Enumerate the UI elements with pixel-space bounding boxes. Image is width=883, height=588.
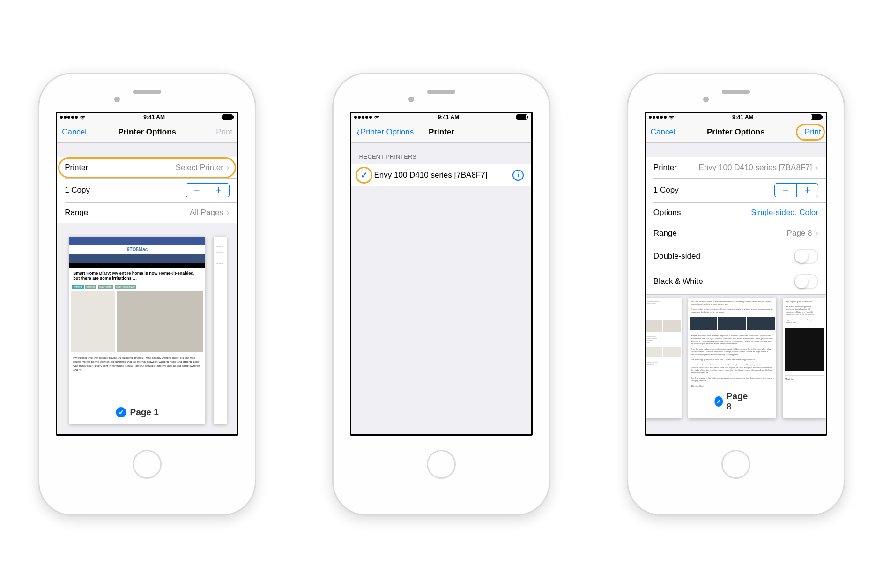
preview-site-name: 9TO5Mac xyxy=(69,245,205,254)
stepper-minus-icon[interactable]: − xyxy=(186,184,208,197)
section-header-recent: RECENT PRINTERS xyxy=(351,143,531,164)
page-badge: ✓ Page 8 xyxy=(710,389,754,414)
iphone-device-2: 9:41 AM ‹ Printer Options Printer RECENT… xyxy=(334,74,549,514)
svg-rect-8 xyxy=(812,115,821,119)
tag: SMART HOME xyxy=(98,285,113,289)
double-sided-toggle[interactable] xyxy=(794,249,818,264)
options-group: Printer Envy 100 D410 series [7BA8F7]› 1… xyxy=(646,157,826,295)
check-icon: ✓ xyxy=(116,407,126,417)
svg-rect-1 xyxy=(233,116,234,119)
wifi-icon xyxy=(668,115,675,120)
device-camera xyxy=(408,97,414,102)
stepper-minus-icon[interactable]: − xyxy=(775,184,796,197)
info-icon[interactable]: i xyxy=(512,170,524,181)
page-badge: ✓ Page 1 xyxy=(111,405,163,419)
preview-body-text: I wrote last time that despite having 16… xyxy=(69,354,205,374)
device-speaker xyxy=(427,90,455,94)
preview-ad-bar xyxy=(69,263,205,268)
iphone-device-3: 9:41 AM Cancel Printer Options Print Pri… xyxy=(628,74,844,514)
tag: HOMEKIT xyxy=(85,285,96,289)
check-icon: ✓ xyxy=(359,170,369,180)
chevron-right-icon: › xyxy=(815,228,818,238)
status-time: 9:41 AM xyxy=(438,114,460,120)
copies-stepper[interactable]: − + xyxy=(774,183,818,197)
signal-icon xyxy=(649,116,667,119)
screen-1: 9:41 AM Cancel Printer Options Print Pri… xyxy=(56,112,238,436)
status-time: 9:41 AM xyxy=(143,114,165,120)
svg-rect-7 xyxy=(822,116,823,119)
status-bar: 9:41 AM xyxy=(57,113,237,122)
page-thumbnail-center[interactable]: app. The upshot of all this is that both… xyxy=(688,298,776,418)
nav-bar: ‹ Printer Options Printer xyxy=(351,122,531,143)
copies-cell: 1 Copy − + xyxy=(646,178,826,202)
printer-cell[interactable]: Printer Envy 100 D410 series [7BA8F7]› xyxy=(646,157,826,178)
copies-label: 1 Copy xyxy=(65,186,90,195)
range-value: All Pages xyxy=(190,208,223,217)
copies-label: 1 Copy xyxy=(653,186,679,195)
svg-rect-4 xyxy=(527,116,528,119)
chevron-right-icon: › xyxy=(226,163,230,173)
page-thumbnail-left-peek[interactable]: ———— ——— ————— —————— —— ————— —— ——————… xyxy=(646,298,682,418)
copies-cell: 1 Copy − + xyxy=(57,178,237,202)
cancel-button[interactable]: Cancel xyxy=(62,127,99,137)
battery-icon xyxy=(811,114,823,120)
tag: SMART HOME DIARY xyxy=(115,285,136,289)
range-cell[interactable]: Range Page 8› xyxy=(646,223,826,244)
screen-3: 9:41 AM Cancel Printer Options Print Pri… xyxy=(645,112,827,436)
preview-header-bar xyxy=(69,237,205,245)
status-bar: 9:41 AM xyxy=(351,113,531,122)
back-label: Printer Options xyxy=(361,127,414,137)
options-cell[interactable]: Options Single-sided, Color xyxy=(646,202,826,223)
print-button[interactable]: Print xyxy=(805,127,821,137)
range-label: Range xyxy=(65,208,88,217)
options-group: Printer Select Printer› 1 Copy − + Range… xyxy=(57,157,237,223)
preview-article-title: Smart Home Diary: My entire home is now … xyxy=(69,268,205,284)
page-thumbnail-2-peek[interactable]: — — — —— — —— — — —— —— — — xyxy=(214,237,227,424)
preview-image-2 xyxy=(117,291,203,352)
preview-sub-bar xyxy=(69,254,205,263)
page-badge-label: Page 8 xyxy=(727,391,750,412)
svg-rect-2 xyxy=(223,115,232,119)
preview-images-row xyxy=(69,290,205,354)
screen-2: 9:41 AM ‹ Printer Options Printer RECENT… xyxy=(350,112,533,436)
home-button[interactable] xyxy=(721,450,750,479)
nav-bar: Cancel Printer Options Print xyxy=(646,122,826,143)
back-button[interactable]: ‹ Printer Options xyxy=(356,127,426,137)
home-button[interactable] xyxy=(427,450,456,479)
device-camera xyxy=(114,97,120,102)
chevron-right-icon: › xyxy=(226,208,230,218)
page-thumbnail-right-peek[interactable]: days to grant guest access? OurBut overa… xyxy=(783,298,826,418)
status-time: 9:41 AM xyxy=(732,114,754,120)
page-thumbnail-1[interactable]: 9TO5Mac Smart Home Diary: My entire home… xyxy=(69,237,205,424)
wifi-icon xyxy=(79,115,86,120)
battery-icon xyxy=(222,114,234,120)
nav-bar: Cancel Printer Options Print xyxy=(57,122,237,143)
copies-stepper[interactable]: − + xyxy=(186,183,230,197)
chevron-right-icon: › xyxy=(815,163,818,173)
printer-list-item[interactable]: ✓ Envy 100 D410 series [7BA8F7] i xyxy=(351,164,531,186)
printer-label: Printer xyxy=(653,163,677,172)
printer-cell[interactable]: Printer Select Printer› xyxy=(57,157,237,178)
options-label: Options xyxy=(653,208,681,217)
stepper-plus-icon[interactable]: + xyxy=(208,184,229,197)
cancel-button[interactable]: Cancel xyxy=(651,127,688,137)
double-sided-label: Double-sided xyxy=(653,252,700,261)
options-value: Single-sided, Color xyxy=(751,208,818,217)
chevron-left-icon: ‹ xyxy=(357,129,360,135)
home-button[interactable] xyxy=(133,450,162,479)
print-preview[interactable]: ———— ——— ————— —————— —— ————— —— ——————… xyxy=(646,286,826,434)
preview-image-1 xyxy=(71,291,115,352)
bw-label: Black & White xyxy=(653,277,703,286)
status-bar: 9:41 AM xyxy=(646,113,826,122)
printer-value: Select Printer xyxy=(176,163,223,172)
preview-tags: FEATURE HOMEKIT SMART HOME SMART HOME DI… xyxy=(69,284,205,290)
stepper-plus-icon[interactable]: + xyxy=(796,184,818,197)
page-badge-label: Page 1 xyxy=(130,407,159,417)
print-button: Print xyxy=(195,127,232,137)
print-preview[interactable]: 9TO5Mac Smart Home Diary: My entire home… xyxy=(57,225,237,434)
range-cell[interactable]: Range All Pages› xyxy=(57,202,237,223)
tag: FEATURE xyxy=(72,285,83,289)
iphone-device-1: 9:41 AM Cancel Printer Options Print Pri… xyxy=(39,74,255,514)
wifi-icon xyxy=(373,115,380,120)
device-speaker xyxy=(722,90,750,94)
